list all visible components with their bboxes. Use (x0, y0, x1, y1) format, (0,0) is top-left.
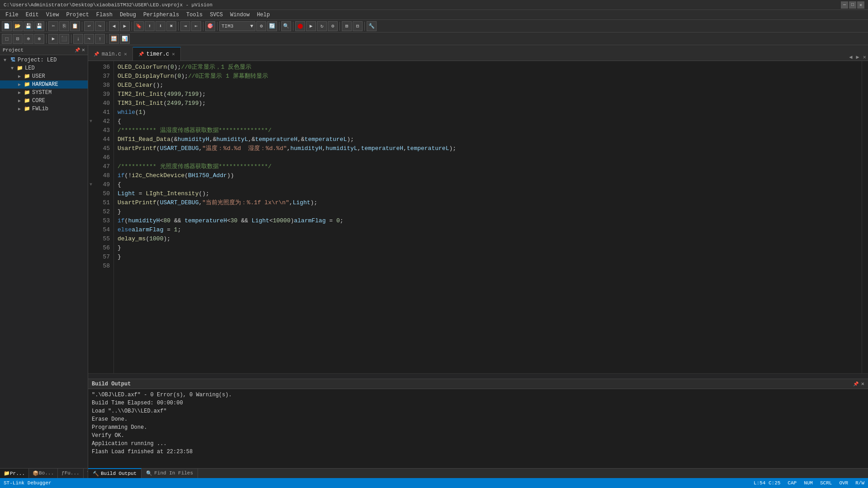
menu-debug[interactable]: Debug (116, 11, 140, 19)
save-button[interactable]: 💾 (24, 21, 33, 31)
indent-button[interactable]: ⇥ (180, 21, 190, 31)
tree-arrow-project: ▼ (4, 58, 9, 63)
build-pin-icon[interactable]: 📌 (853, 381, 859, 387)
build-tab-find[interactable]: 🔍 Find In Files (142, 468, 198, 478)
t2-btn2[interactable]: ⊡ (13, 34, 23, 44)
t2-step-into[interactable]: ↓ (73, 34, 83, 44)
debug-stop-button[interactable]: ⬤ (295, 21, 305, 31)
open-file-button[interactable]: 📂 (13, 21, 23, 31)
minimize-button[interactable]: — (841, 1, 848, 9)
tree-item-fwlib[interactable]: ▶ 📁 FWLib (0, 105, 88, 113)
new-file-button[interactable]: 📄 (2, 21, 12, 31)
t2-step-over[interactable]: ↷ (84, 34, 94, 44)
menu-help[interactable]: Help (253, 11, 274, 19)
tree-item-user[interactable]: ▶ 📁 USER (0, 72, 88, 80)
maximize-button[interactable]: □ (849, 1, 856, 9)
system-folder-icon: 📁 (24, 89, 31, 96)
panel-title: Project (3, 47, 24, 53)
cut-button[interactable]: ✂ (48, 21, 58, 31)
menu-svcs[interactable]: SVCS (206, 11, 226, 19)
tab-main-close[interactable]: ✕ (124, 51, 127, 57)
debug-run-button[interactable]: ▶ (306, 21, 316, 31)
tree-arrow-system: ▶ (18, 90, 24, 95)
menu-peripherals[interactable]: Peripherals (140, 11, 183, 19)
clear-bookmarks-button[interactable]: ✖ (166, 21, 176, 31)
tab-nav-left[interactable]: ◀ (847, 54, 854, 61)
code-editor[interactable]: ▼▼ 3637383940414243444546474849505152535… (88, 61, 868, 373)
tree-arrow-user: ▶ (18, 74, 24, 79)
menu-flash[interactable]: Flash (93, 11, 116, 19)
paste-button[interactable]: 📋 (70, 21, 80, 31)
prev-bookmark-button[interactable]: ⬆ (145, 21, 155, 31)
t2-run-button[interactable]: ▶ (48, 34, 58, 44)
tree-item-hardware[interactable]: ▶ 📁 HARDWARE (0, 80, 88, 89)
vertical-scrollbar[interactable] (862, 61, 868, 373)
redo-button[interactable]: ↪ (95, 21, 105, 31)
tree-arrow-fwlib: ▶ (18, 106, 24, 112)
window-btn-2[interactable]: ⊟ (353, 21, 363, 31)
menu-file[interactable]: File (2, 11, 22, 19)
line-num-37: 37 (94, 72, 110, 81)
panel-close-button[interactable]: ✕ (82, 47, 85, 53)
title-controls: — □ ✕ (841, 1, 864, 9)
build-tab-output[interactable]: 🔨 Build Output (88, 468, 142, 478)
sep-11 (364, 22, 365, 31)
tree-item-project[interactable]: ▼ 🏗 Project: LED (0, 56, 88, 64)
window-btn-1[interactable]: ⊞ (342, 21, 352, 31)
copy-button[interactable]: ⎘ (59, 21, 69, 31)
t2-stop-button[interactable]: ⬛ (59, 34, 69, 44)
build-line: Verify OK. (92, 432, 864, 440)
fold-gutter: ▼▼ (88, 61, 94, 373)
menu-tools[interactable]: Tools (183, 11, 206, 19)
build-close-button[interactable]: ✕ (861, 380, 864, 387)
tab-timer-c[interactable]: 📌 timer.c ✕ (133, 47, 181, 61)
fold-44 (88, 135, 94, 144)
code-line-42: { (118, 117, 858, 126)
t2-periph[interactable]: 📊 (120, 34, 130, 44)
nav-fwd-button[interactable]: ▶ (120, 21, 130, 31)
tab-close-all[interactable]: ✕ (861, 54, 868, 61)
close-button[interactable]: ✕ (857, 1, 864, 9)
tab-main-c[interactable]: 📌 main.c ✕ (88, 47, 133, 61)
menu-edit[interactable]: Edit (22, 11, 42, 19)
panel-tab-funcs[interactable]: ƒ Fu... (58, 468, 84, 478)
tab-nav-right[interactable]: ▶ (854, 54, 861, 61)
tree-item-system[interactable]: ▶ 📁 SYSTEM (0, 89, 88, 97)
panel-pin-icon[interactable]: 📌 (75, 47, 80, 53)
misc-button[interactable]: 🔧 (367, 21, 377, 31)
t2-step-out[interactable]: ↑ (95, 34, 105, 44)
menu-project[interactable]: Project (62, 11, 92, 19)
project-panel: Project 📌 ✕ ▼ 🏗 Project: LED ▼ 📁 LED (0, 45, 88, 478)
panel-tab-project[interactable]: 📁 Pr... (0, 468, 29, 478)
horizontal-scrollbar[interactable] (88, 373, 868, 379)
undo-button[interactable]: ↩ (84, 21, 94, 31)
fold-37 (88, 72, 94, 81)
rebuild-button[interactable]: 🔄 (267, 21, 277, 31)
build-header-controls: 📌 ✕ (853, 380, 864, 387)
target-options-button[interactable]: 🎯 (205, 21, 215, 31)
debug-settings-button[interactable]: ⚙ (328, 21, 338, 31)
code-content[interactable]: OLED_ColorTurn(0);//0正常显示，1 反色显示OLED_Dis… (114, 61, 862, 373)
search-button[interactable]: 🔍 (281, 21, 291, 31)
t2-btn3[interactable]: ⊕ (24, 34, 33, 44)
debug-step-button[interactable]: ↻ (317, 21, 327, 31)
nav-back-button[interactable]: ◀ (109, 21, 119, 31)
status-ovr: OVR (839, 480, 848, 486)
next-bookmark-button[interactable]: ⬇ (156, 21, 165, 31)
build-button[interactable]: ⚙ (256, 21, 266, 31)
sep-4 (132, 22, 132, 31)
bookmark-button[interactable]: 🔖 (134, 21, 144, 31)
tree-item-led[interactable]: ▼ 📁 LED (0, 64, 88, 72)
tree-item-core[interactable]: ▶ 📁 CORE (0, 97, 88, 105)
outdent-button[interactable]: ⇤ (191, 21, 201, 31)
panel-tab-books[interactable]: 📦 Bo... (29, 468, 58, 478)
t2-btn4[interactable]: ⊗ (34, 34, 44, 44)
t2-btn1[interactable]: ⬚ (2, 34, 12, 44)
target-dropdown[interactable]: TIM3 ▼ (219, 21, 255, 31)
menu-window[interactable]: Window (226, 11, 253, 19)
menu-view[interactable]: View (42, 11, 63, 19)
panel-tab-templates[interactable]: T Te... (84, 468, 88, 478)
tab-timer-close[interactable]: ✕ (172, 51, 175, 57)
save-all-button[interactable]: 💾 (34, 21, 44, 31)
t2-debug-windows[interactable]: 🪟 (109, 34, 119, 44)
